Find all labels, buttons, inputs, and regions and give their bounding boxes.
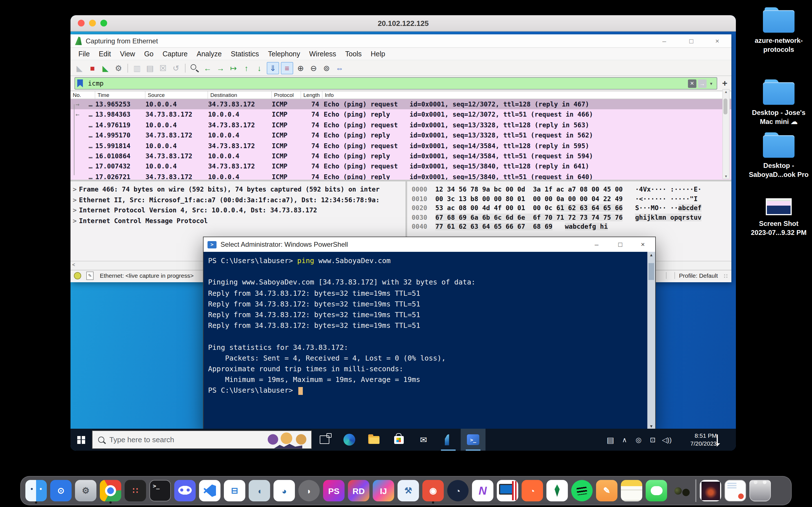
widgets-icon[interactable]: ▤ [603, 435, 617, 444]
resize-grip[interactable] [723, 274, 729, 279]
task-view-button[interactable] [312, 429, 337, 451]
zoom-reset[interactable]: ⊚ [321, 62, 332, 73]
display-filter-input[interactable]: icmp ✕ → ▼ [74, 77, 717, 90]
column-header[interactable]: Info [322, 91, 731, 99]
zoom-out[interactable]: ⊖ [308, 62, 319, 73]
scrollbar-thumb[interactable] [723, 99, 727, 114]
column-header[interactable]: Source [146, 91, 208, 99]
scroll-down-icon[interactable]: ▼ [649, 424, 653, 428]
menu-item[interactable]: File [79, 50, 90, 58]
messages-app[interactable] [646, 478, 667, 503]
maximize-button[interactable]: □ [680, 34, 702, 47]
powershell-terminal[interactable]: PS C:\Users\labuser> ping www.SaboyaDev.… [204, 252, 647, 429]
close-button[interactable]: × [707, 34, 728, 47]
auto-scroll[interactable]: ⇓ [267, 62, 279, 74]
chrome-app[interactable] [100, 478, 121, 503]
goto-packet[interactable]: ↦ [228, 62, 239, 73]
minimize-button[interactable]: – [585, 237, 608, 252]
capture-options[interactable]: ⚙ [113, 62, 124, 73]
mongodb-app[interactable] [546, 478, 568, 503]
colorize[interactable]: ≡ [281, 62, 293, 74]
xcode-app[interactable]: ⚒ [398, 478, 419, 503]
resize-columns[interactable]: ⇔ [334, 62, 345, 73]
minimize-button[interactable]: – [654, 34, 675, 47]
remote-desktop-app[interactable]: ◉ [422, 478, 444, 503]
save-file[interactable]: ▤ [144, 62, 156, 73]
store-taskbar-button[interactable] [386, 429, 411, 451]
capture-status-icon[interactable] [74, 272, 81, 279]
visual-studio-mac-app[interactable]: N [472, 478, 493, 503]
menu-item[interactable]: Wireless [309, 50, 336, 58]
1password-app[interactable]: ⊙ [50, 478, 71, 503]
menu-item[interactable]: Statistics [231, 50, 259, 58]
packet-row[interactable]: … 15.991814 10.0.0.4 34.73.83.172 ICMP 7… [70, 140, 731, 151]
menu-item[interactable]: Tools [345, 50, 361, 58]
scroll-down-icon[interactable]: ▼ [724, 175, 728, 178]
menu-item[interactable]: Telephony [268, 50, 300, 58]
powershell-taskbar-button[interactable]: >_ [461, 429, 486, 451]
notes-app[interactable] [621, 478, 642, 503]
pgadmin-app[interactable]: ◕ [273, 478, 295, 503]
detail-row[interactable]: >Internet Protocol Version 4, Src: 10.0.… [70, 205, 405, 216]
desktop-folder-azure-network-protocols[interactable]: azure-network-protocols [746, 10, 812, 54]
system-settings-app[interactable]: ⚙ [75, 478, 96, 503]
menu-item[interactable]: View [120, 50, 135, 58]
rider-app[interactable]: RD [348, 478, 369, 503]
minimized-window-artwork[interactable] [700, 478, 721, 503]
first-packet[interactable]: ↑ [241, 62, 252, 73]
packet-row[interactable]: … 17.026721 34.73.83.172 10.0.0.4 ICMP 7… [70, 172, 731, 180]
toolbar-icon[interactable] [128, 63, 128, 72]
stop-capture[interactable]: ■ [87, 62, 98, 73]
taskbar-search[interactable]: Type here to search [92, 431, 312, 449]
hex-row[interactable]: 0040 77 61 62 63 64 65 66 67 68 69 wabcd… [412, 222, 731, 231]
postgresql-app[interactable]: ◖ [249, 478, 270, 503]
filter-bookmark-icon[interactable] [77, 79, 83, 87]
menu-item[interactable]: Edit [99, 50, 111, 58]
volume-tray-icon[interactable]: ◁)) [660, 436, 674, 444]
filter-apply-button[interactable]: → [698, 79, 706, 88]
camera-tray-icon[interactable]: ◎ [631, 436, 646, 444]
action-center-button[interactable] [717, 435, 736, 445]
scroll-up-icon[interactable]: ▲ [724, 90, 728, 94]
hex-row[interactable]: 0030 67 68 69 6a 6b 6c 6d 6e 6f 70 71 72… [412, 213, 731, 222]
network-tray-icon[interactable]: ⊡ [646, 436, 660, 444]
mac-window-titlebar[interactable]: 20.102.122.125 [70, 15, 736, 32]
hex-row[interactable]: 0020 53 ac 08 00 4d 4f 00 01 00 0c 61 62… [412, 203, 731, 213]
menu-item[interactable]: Go [144, 50, 153, 58]
column-header[interactable]: Time [95, 91, 146, 99]
sunglasses-app[interactable] [670, 478, 692, 503]
phpstorm-app[interactable]: PS [323, 478, 345, 503]
column-header[interactable]: Length [301, 91, 322, 99]
obs-app[interactable]: ◔ [447, 478, 469, 503]
taskbar-clock[interactable]: 8:51 PM 7/20/2023 [676, 432, 717, 448]
wireshark-taskbar-button[interactable] [436, 429, 461, 451]
profile-label[interactable]: Profile: Default [679, 272, 718, 279]
desktop-file-screen-shot[interactable]: Screen Shot 2023-07...9.32 PM [746, 198, 812, 237]
close-button[interactable]: × [631, 237, 654, 252]
next-packet[interactable]: → [215, 62, 226, 73]
discord-app[interactable] [174, 478, 196, 503]
file-explorer-taskbar-button[interactable] [361, 429, 386, 451]
pages-app[interactable]: ✎ [596, 478, 617, 503]
trash[interactable] [749, 478, 771, 503]
minimized-window-app[interactable] [725, 478, 746, 503]
database-elephant-app[interactable]: ◗ [298, 478, 320, 503]
detail-row[interactable]: >Frame 466: 74 bytes on wire (592 bits),… [70, 184, 405, 194]
vscode-app[interactable] [199, 478, 220, 503]
figma-app[interactable]: ∷ [124, 478, 146, 503]
filter-add-button[interactable]: + [722, 78, 727, 89]
packet-row[interactable]: … 16.010864 34.73.83.172 10.0.0.4 ICMP 7… [70, 151, 731, 161]
hex-row[interactable]: 0010 00 3c 13 b8 00 00 80 01 00 00 0a 00… [412, 194, 731, 203]
finder-app[interactable] [26, 478, 47, 503]
wireshark-titlebar[interactable]: Capturing from Ethernet – □ × [70, 34, 731, 48]
toolbar-icon[interactable] [185, 63, 186, 72]
hidden-icons-chevron[interactable]: ∧ [617, 436, 631, 444]
scroll-left-arrow-icon[interactable]: < [72, 262, 75, 268]
packet-row[interactable]: … 14.976119 10.0.0.4 34.73.83.172 ICMP 7… [70, 120, 731, 130]
desktop-folder-saboyad-book-pro[interactable]: Desktop - SaboyaD...ook Pro [746, 135, 812, 179]
menu-item[interactable]: Help [371, 50, 385, 58]
desktop-folder-jose-mac-mini[interactable]: Desktop - Jose's Mac mini ☁ [746, 82, 812, 126]
filter-dropdown-caret[interactable]: ▼ [709, 81, 713, 86]
detail-row[interactable]: >Internet Control Message Protocol [70, 216, 405, 226]
find-packet[interactable] [189, 62, 200, 73]
